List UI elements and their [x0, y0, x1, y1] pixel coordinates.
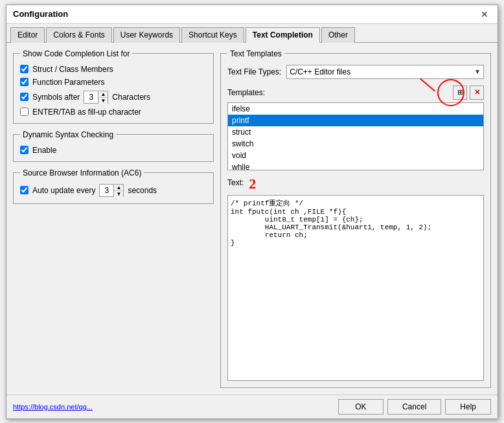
annotation-slash [420, 78, 435, 91]
auto-update-value[interactable]: 3 [100, 185, 114, 196]
dynamic-syntax-group: Dynamic Syntax Checking Enable [13, 130, 214, 162]
characters-label: Characters [112, 93, 150, 102]
show-code-completion-inner: Struct / Class Members Function Paramete… [20, 65, 207, 117]
template-item-switch[interactable]: switch [228, 138, 483, 150]
tab-bar: Editor Colors & Fonts User Keywords Shor… [6, 24, 498, 43]
tab-text-completion[interactable]: Text Completion [246, 27, 320, 43]
tab-editor[interactable]: Editor [10, 27, 45, 43]
auto-update-checkbox[interactable] [20, 186, 29, 194]
left-panel: Show Code Completion List for Struct / C… [13, 49, 214, 388]
show-code-completion-group: Show Code Completion List for Struct / C… [13, 49, 214, 124]
template-item-while[interactable]: while [228, 161, 483, 170]
auto-update-arrows: ▲ ▼ [114, 185, 123, 196]
dropdown-arrow-icon: ▼ [474, 68, 481, 75]
auto-update-spinner: 3 ▲ ▼ [99, 184, 124, 197]
tab-user-keywords[interactable]: User Keywords [113, 27, 180, 43]
file-types-dropdown[interactable]: C/C++ Editor files ▼ [286, 65, 484, 79]
seconds-label: seconds [128, 186, 157, 195]
enter-tab-label: ENTER/TAB as fill-up character [32, 108, 141, 117]
new-template-button[interactable]: ⊞ [453, 86, 467, 100]
file-types-label: Text File Types: [227, 67, 281, 76]
tab-colors-fonts[interactable]: Colors & Fonts [46, 27, 111, 43]
text-content-area[interactable] [227, 195, 484, 381]
struct-class-checkbox[interactable] [20, 65, 29, 73]
source-browser-group: Source Browser Information (AC6) Auto up… [13, 168, 214, 204]
symbols-spinner: 3 ▲ ▼ [84, 91, 108, 104]
symbols-down-arrow[interactable]: ▼ [98, 98, 108, 104]
dynamic-syntax-legend: Dynamic Syntax Checking [20, 130, 116, 139]
template-item-struct[interactable]: struct [228, 126, 483, 138]
dynamic-syntax-inner: Enable [20, 146, 207, 155]
symbols-after-checkbox[interactable] [20, 93, 29, 101]
ok-button[interactable]: OK [338, 399, 384, 415]
bottom-bar: https://blog.csdn.net/qq... OK Cancel He… [6, 394, 498, 418]
templates-label: Templates: [227, 88, 265, 97]
right-panel: Text Templates Text File Types: C/C++ Ed… [220, 49, 491, 388]
delete-template-button[interactable]: ✕ [470, 86, 484, 100]
help-button[interactable]: Help [445, 399, 491, 415]
templates-list[interactable]: ifelse printf struct switch void [227, 102, 484, 170]
tab-shortcut-keys[interactable]: Shortcut Keys [181, 27, 244, 43]
templates-header: Templates: ⊞ ✕ [227, 86, 484, 100]
function-params-checkbox[interactable] [20, 78, 29, 86]
auto-update-down-arrow[interactable]: ▼ [114, 191, 123, 197]
help-link[interactable]: https://blog.csdn.net/qq... [13, 403, 93, 411]
text-label: Text: [227, 178, 244, 187]
symbols-value[interactable]: 3 [84, 91, 98, 103]
template-item-ifelse[interactable]: ifelse [228, 103, 483, 115]
file-types-value: C/C++ Editor files [290, 67, 350, 76]
text-templates-group: Text Templates Text File Types: C/C++ Ed… [220, 49, 491, 388]
annotation-2: 2 [249, 176, 256, 192]
auto-update-row: Auto update every 3 ▲ ▼ seconds [20, 184, 207, 197]
enable-checkbox[interactable] [20, 146, 29, 154]
templates-section: Templates: ⊞ ✕ [227, 86, 484, 102]
source-browser-legend: Source Browser Information (AC6) [20, 168, 144, 177]
dialog-title: Configuration [13, 9, 68, 19]
title-bar: Configuration ✕ [6, 5, 498, 24]
show-code-completion-legend: Show Code Completion List for [20, 49, 132, 58]
function-params-row: Function Parameters [20, 78, 207, 87]
source-browser-inner: Auto update every 3 ▲ ▼ seconds [20, 184, 207, 197]
text-section: Text: 2 [227, 176, 484, 381]
enable-label: Enable [32, 146, 56, 155]
struct-class-row: Struct / Class Members [20, 65, 207, 74]
struct-class-label: Struct / Class Members [32, 65, 113, 74]
text-templates-legend: Text Templates [227, 49, 284, 58]
text-header: Text: 2 [227, 176, 484, 192]
file-types-row: Text File Types: C/C++ Editor files ▼ [227, 65, 484, 79]
bottom-bar-left: https://blog.csdn.net/qq... [13, 402, 334, 411]
template-item-printf[interactable]: printf [228, 115, 483, 126]
tab-other[interactable]: Other [321, 27, 355, 43]
main-content: Show Code Completion List for Struct / C… [6, 43, 498, 394]
cancel-button[interactable]: Cancel [387, 399, 441, 415]
enter-tab-row: ENTER/TAB as fill-up character [20, 108, 207, 117]
symbols-arrows: ▲ ▼ [98, 91, 108, 103]
symbols-after-row: Symbols after 3 ▲ ▼ Characters [20, 91, 207, 104]
template-item-void[interactable]: void [228, 150, 483, 161]
symbols-up-arrow[interactable]: ▲ [98, 91, 108, 98]
close-button[interactable]: ✕ [478, 9, 491, 19]
auto-update-up-arrow[interactable]: ▲ [114, 185, 123, 191]
enable-row: Enable [20, 146, 207, 155]
enter-tab-checkbox[interactable] [20, 108, 29, 116]
symbols-after-label: Symbols after [32, 93, 80, 102]
configuration-dialog: Configuration ✕ Editor Colors & Fonts Us… [6, 5, 498, 419]
function-params-label: Function Parameters [32, 78, 104, 87]
auto-update-label: Auto update every [32, 186, 95, 195]
